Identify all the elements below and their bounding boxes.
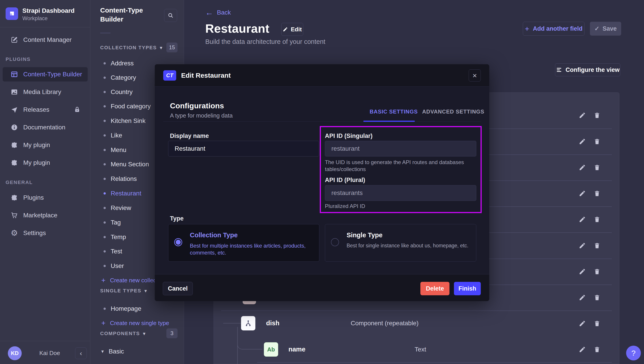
sidebar-item-label: Releases — [23, 106, 50, 113]
delete-field-button[interactable] — [594, 138, 600, 145]
plus-icon: + — [101, 277, 106, 284]
chevron-down-icon: ▾ — [143, 331, 146, 336]
sidebar-item-label: Media Library — [23, 88, 61, 96]
save-button[interactable]: ✓ Save — [590, 22, 621, 36]
tabs-divider — [163, 121, 481, 122]
pencil-icon — [283, 27, 288, 32]
create-single-type-link[interactable]: + Create new single type — [90, 316, 184, 330]
content-manager-icon — [10, 36, 18, 44]
sidebar-item-content-type-builder[interactable]: Content-Type Builder — [3, 67, 88, 81]
single-types-header[interactable]: SINGLE TYPES ▾ — [100, 288, 147, 294]
sidebar-item-label: Settings — [23, 230, 46, 237]
edit-field-button[interactable] — [579, 164, 586, 171]
close-modal-button[interactable]: × — [469, 69, 481, 81]
bullet — [104, 207, 106, 209]
sidebar-item-documentation[interactable]: Documentation — [3, 120, 88, 134]
edit-field-button[interactable] — [579, 294, 586, 301]
sidebar-item-my-plugin-2[interactable]: My plugin — [3, 155, 88, 170]
edit-field-button[interactable] — [579, 320, 586, 327]
puzzle-icon — [10, 159, 18, 167]
main-sidebar: Strapi Dashboard Workplace Content Manag… — [0, 0, 90, 364]
sidebar-item-my-plugin-1[interactable]: My plugin — [3, 138, 88, 152]
component-group-basic[interactable]: ▾ Basic — [90, 344, 184, 359]
collection-types-header[interactable]: COLLECTION TYPES ▾ — [100, 45, 162, 51]
chevron-left-icon: ‹ — [80, 349, 82, 357]
row-actions — [579, 294, 606, 301]
bullet — [104, 134, 106, 136]
api-id-singular-hint: The UID is used to generate the API rout… — [325, 159, 472, 172]
api-id-singular-input[interactable] — [325, 141, 476, 156]
content-type-builder-icon — [10, 70, 18, 78]
delete-field-button[interactable] — [594, 112, 600, 119]
strapi-app: Strapi Dashboard Workplace Content Manag… — [0, 0, 644, 364]
single-type-card[interactable]: Single Type Best for single instance lik… — [325, 224, 476, 262]
api-id-plural-input[interactable] — [325, 185, 476, 201]
delete-field-button[interactable] — [594, 242, 600, 249]
edit-field-button[interactable] — [579, 112, 586, 119]
puzzle-icon — [10, 141, 18, 149]
tab-basic-settings[interactable]: BASIC SETTINGS — [370, 109, 418, 115]
puzzle-icon — [10, 194, 18, 202]
sidebar-item-label: Content Manager — [23, 36, 72, 43]
media-library-icon — [10, 88, 18, 96]
delete-field-button[interactable] — [594, 294, 600, 301]
radio-selected-icon — [174, 238, 182, 246]
delete-field-button[interactable] — [594, 346, 600, 353]
configurations-title: Configurations — [170, 101, 224, 110]
sidebar-item-plugins[interactable]: Plugins — [3, 191, 88, 205]
sidebar-item-content-manager[interactable]: Content Manager — [3, 33, 88, 47]
sidebar-item-label: My plugin — [23, 141, 50, 149]
single-type-homepage[interactable]: Homepage — [90, 302, 184, 316]
sidebar-item-label: My plugin — [23, 159, 50, 166]
help-button[interactable]: ? — [626, 346, 641, 360]
sidebar-item-releases[interactable]: Releases — [3, 103, 88, 117]
app-title: Strapi Dashboard — [22, 7, 74, 14]
strapi-logo[interactable] — [6, 8, 18, 20]
sidebar-item-settings[interactable]: ⚙ Settings — [3, 226, 88, 240]
sidebar-item-media-library[interactable]: Media Library — [3, 85, 88, 99]
divider — [100, 33, 110, 33]
delete-field-button[interactable] — [594, 190, 600, 197]
active-tab-underline — [363, 121, 415, 122]
edit-field-button[interactable] — [579, 242, 586, 249]
general-section-label: GENERAL — [6, 179, 33, 185]
collection-type-card-desc: Best for multiple instances like article… — [190, 242, 315, 256]
delete-field-button[interactable] — [594, 164, 600, 171]
sidebar-item-marketplace[interactable]: Marketplace — [3, 208, 88, 223]
edit-field-button[interactable] — [579, 268, 586, 275]
collapse-sidebar-button[interactable]: ‹ — [75, 347, 87, 359]
tab-advanced-settings[interactable]: ADVANCED SETTINGS — [422, 109, 484, 115]
delete-field-button[interactable] — [594, 216, 600, 223]
plugins-section-label: PLUGINS — [6, 56, 31, 62]
components-header[interactable]: COMPONENTS ▾ — [100, 331, 146, 336]
check-icon: ✓ — [594, 25, 600, 32]
add-another-field-button[interactable]: + Add another field — [523, 22, 584, 36]
delete-field-button[interactable] — [594, 320, 600, 327]
bullet — [104, 149, 106, 151]
delete-field-button[interactable] — [594, 268, 600, 275]
configure-view-button[interactable]: Configure the view — [555, 63, 620, 76]
plus-icon: + — [101, 319, 106, 327]
bullet — [104, 221, 106, 224]
back-link[interactable]: ← Back — [205, 9, 231, 17]
single-type-card-title: Single Type — [346, 232, 382, 239]
search-button[interactable] — [164, 9, 177, 22]
components-count-badge: 3 — [166, 328, 178, 338]
delete-button[interactable]: Delete — [420, 282, 450, 295]
edit-field-button[interactable] — [579, 138, 586, 145]
edit-field-button[interactable] — [579, 216, 586, 223]
cancel-button[interactable]: Cancel — [163, 282, 193, 295]
edit-field-button[interactable] — [579, 190, 586, 197]
bullet — [104, 192, 106, 195]
collection-type-card[interactable]: Collection Type Best for multiple instan… — [168, 224, 319, 262]
avatar: KD — [8, 346, 22, 360]
finish-button[interactable]: Finish — [454, 282, 481, 295]
sidebar-item-label: Marketplace — [23, 212, 58, 219]
text-field-icon: Ab — [264, 342, 278, 356]
display-name-input[interactable] — [168, 141, 319, 156]
edit-button[interactable]: Edit — [281, 23, 303, 36]
row-actions — [579, 216, 606, 223]
edit-field-button[interactable] — [579, 346, 586, 353]
divider — [0, 27, 90, 27]
modal-title: Edit Restaurant — [181, 72, 231, 79]
